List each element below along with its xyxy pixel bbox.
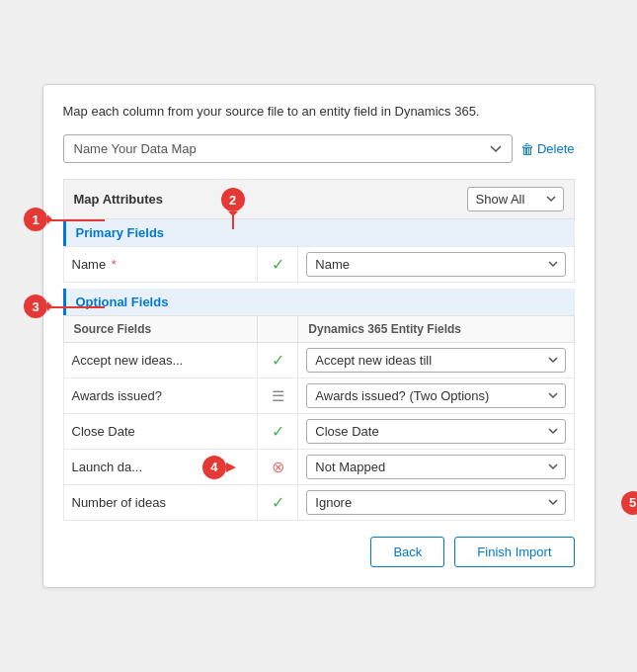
page-description: Map each column from your source file to… bbox=[63, 103, 575, 121]
name-field-label: Name * bbox=[63, 247, 257, 283]
callout-2: 2 bbox=[221, 188, 245, 211]
check-icon: ✓ bbox=[272, 256, 284, 273]
main-card: Map each column from your source file to… bbox=[42, 84, 596, 588]
entity-col-header: Dynamics 365 Entity Fields bbox=[298, 316, 574, 343]
entity-cell-4: Ignore Not Mapped Close Date 5 bbox=[298, 485, 574, 521]
entity-select-0[interactable]: Accept new ideas till Not Mapped Ignore bbox=[306, 348, 565, 373]
source-field-4: Number of ideas bbox=[63, 485, 257, 521]
entity-cell-3: Not Mapped Ignore Close Date bbox=[298, 450, 574, 485]
back-button[interactable]: Back bbox=[370, 537, 444, 567]
table-row: Awards issued? ☰ Awards issued? (Two Opt… bbox=[63, 378, 574, 414]
source-field-1: Awards issued? bbox=[63, 378, 257, 414]
callout-3: 3 bbox=[24, 294, 47, 318]
optional-fields-table: Source Fields Dynamics 365 Entity Fields… bbox=[63, 315, 575, 521]
table-row: Accept new ideas... ✓ Accept new ideas t… bbox=[63, 343, 574, 378]
icon-cell-2: ✓ bbox=[257, 414, 297, 450]
check-icon-0: ✓ bbox=[272, 352, 284, 369]
source-field-2: Close Date bbox=[63, 414, 257, 450]
data-map-row: Name Your Data Map 🗑 Delete bbox=[63, 134, 575, 163]
name-select-cell: Name bbox=[298, 247, 574, 283]
page-wrapper: 1 3 Map each column from your source fil… bbox=[0, 0, 637, 672]
source-col-header: Source Fields bbox=[63, 316, 257, 343]
entity-select-1[interactable]: Awards issued? (Two Options) Not Mapped … bbox=[306, 383, 565, 408]
entity-cell-2: Close Date Not Mapped Ignore bbox=[298, 414, 574, 450]
finish-import-button[interactable]: Finish Import bbox=[454, 537, 574, 567]
callout-4: 4 bbox=[202, 456, 226, 479]
show-all-select[interactable]: Show All Mapped Unmapped bbox=[467, 187, 564, 211]
map-attributes-label: Map Attributes bbox=[74, 192, 164, 207]
entity-select-3[interactable]: Not Mapped Ignore Close Date bbox=[306, 455, 565, 479]
icon-col-header bbox=[257, 316, 297, 343]
name-icon-cell: ✓ bbox=[257, 247, 297, 283]
name-row-table: Name * ✓ Name bbox=[63, 246, 575, 283]
map-attributes-header: Map Attributes Show All Mapped Unmapped bbox=[63, 179, 575, 219]
table-row: Close Date ✓ Close Date Not Mapped Ignor… bbox=[63, 414, 574, 450]
entity-select-2[interactable]: Close Date Not Mapped Ignore bbox=[306, 419, 565, 444]
delete-icon: 🗑 bbox=[520, 141, 534, 157]
table-header-row: Source Fields Dynamics 365 Entity Fields bbox=[63, 316, 574, 343]
doc-icon-1: ☰ bbox=[272, 387, 284, 404]
delete-button[interactable]: 🗑 Delete bbox=[520, 141, 575, 157]
name-row: Name * ✓ Name bbox=[63, 247, 574, 283]
callout-5: 5 bbox=[621, 491, 638, 515]
source-field-0: Accept new ideas... bbox=[63, 343, 257, 378]
check-icon-4: ✓ bbox=[272, 494, 284, 511]
icon-cell-3: 4 ⊗ bbox=[257, 450, 297, 485]
table-row: Number of ideas ✓ Ignore Not Mapped Clos… bbox=[63, 485, 574, 521]
icon-cell-0: ✓ bbox=[257, 343, 297, 378]
required-star: * bbox=[112, 257, 117, 272]
footer-buttons: Back Finish Import bbox=[63, 537, 575, 567]
check-icon-2: ✓ bbox=[272, 423, 284, 440]
warn-icon-3: ⊗ bbox=[272, 459, 284, 475]
primary-fields-label: Primary Fields bbox=[76, 225, 165, 240]
primary-fields-bar: Primary Fields bbox=[63, 219, 575, 246]
entity-select-4[interactable]: Ignore Not Mapped Close Date bbox=[306, 490, 565, 515]
optional-fields-bar: Optional Fields bbox=[63, 289, 575, 315]
entity-cell-0: Accept new ideas till Not Mapped Ignore bbox=[298, 343, 574, 378]
icon-cell-4: ✓ bbox=[257, 485, 297, 521]
table-row: Launch da... 4 ⊗ bbox=[63, 450, 574, 485]
callout-1: 1 bbox=[24, 208, 47, 231]
entity-cell-1: Awards issued? (Two Options) Not Mapped … bbox=[298, 378, 574, 414]
icon-cell-1: ☰ bbox=[257, 378, 297, 414]
data-map-select[interactable]: Name Your Data Map bbox=[63, 134, 513, 163]
name-field-select[interactable]: Name bbox=[306, 252, 565, 277]
